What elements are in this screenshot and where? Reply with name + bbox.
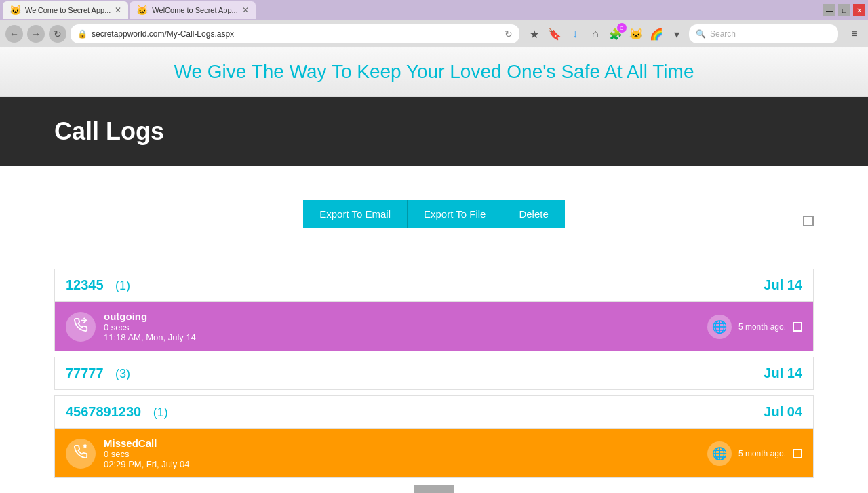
download-icon[interactable]: ↓ (567, 26, 583, 42)
call-log-header-2[interactable]: 77777 (3) Jul 14 (54, 357, 814, 390)
outgoing-phone-icon (73, 317, 88, 336)
back-button[interactable]: ← (5, 25, 23, 43)
call-log-header-1[interactable]: 12345 (1) Jul 14 (54, 269, 814, 302)
call-count-3: (1) (150, 406, 168, 419)
call-date-3: Jul 04 (764, 404, 802, 420)
select-all-checkbox[interactable] (803, 216, 814, 226)
home-icon[interactable]: ⌂ (587, 26, 604, 42)
call-info-1: outgoing 0 secs 11:18 AM, Mon, July 14 (104, 311, 707, 342)
call-detail-1[interactable]: outgoing 0 secs 11:18 AM, Mon, July 14 🌐… (54, 302, 814, 351)
address-bar-row: ← → ↻ 🔒 secretappworld.com/My-Call-Logs.… (0, 20, 868, 47)
browser-chrome: 🐱 WelCome to Secret App... ✕ 🐱 WelCome t… (0, 0, 868, 47)
outgoing-call-icon-circle (66, 312, 96, 342)
rainbow-icon[interactable]: 🌈 (648, 26, 665, 42)
call-number-1: 12345 (66, 277, 104, 292)
toolbar-icons: ★ 🔖 ↓ ⌂ 🧩 3 🐱 🌈 ▾ (526, 26, 685, 42)
call-time-1: 11:18 AM, Mon, July 14 (104, 332, 707, 342)
star-icon[interactable]: ★ (526, 26, 542, 42)
cat-extension-icon[interactable]: 🐱 (628, 26, 644, 42)
globe-icon-1: 🌐 (707, 315, 732, 339)
call-count-1: (1) (112, 279, 130, 292)
tab-1-title: WelCome to Secret App... (25, 6, 111, 14)
tab-2-close[interactable]: ✕ (242, 5, 249, 15)
maximize-button[interactable]: □ (838, 4, 850, 16)
scroll-up-button[interactable]: ▲ (414, 485, 454, 493)
address-text: secretappworld.com/My-Call-Logs.aspx (92, 29, 500, 39)
forward-button[interactable]: → (27, 25, 45, 43)
title-bar: 🐱 WelCome to Secret App... ✕ 🐱 WelCome t… (0, 0, 868, 20)
call-type-1: outgoing (104, 311, 707, 322)
hero-banner: We Give The Way To Keep Your Loved One's… (0, 47, 868, 97)
call-ago-3: 5 month ago. (738, 449, 786, 458)
call-count-2: (3) (112, 367, 130, 380)
minimize-button[interactable]: — (823, 4, 835, 16)
close-button[interactable]: ✕ (853, 4, 865, 16)
tab-2-title: WelCome to Secret App... (152, 6, 237, 14)
call-duration-3: 0 secs (104, 449, 707, 459)
window-controls: — □ ✕ (823, 4, 865, 16)
missed-call-icon-circle (66, 439, 96, 469)
call-type-3: MissedCall (104, 437, 707, 449)
globe-icon-3: 🌐 (707, 441, 732, 466)
address-bar[interactable]: 🔒 secretappworld.com/My-Call-Logs.aspx ↻ (71, 24, 519, 43)
call-log-header-3[interactable]: 4567891230 (1) Jul 04 (54, 395, 814, 429)
menu-icon[interactable]: ≡ (846, 26, 863, 42)
page-content: We Give The Way To Keep Your Loved One's… (0, 47, 868, 493)
tab-1-favicon: 🐱 (9, 5, 21, 16)
call-number-3: 4567891230 (66, 404, 141, 419)
search-placeholder: Search (710, 29, 831, 39)
delete-button[interactable]: Delete (502, 200, 564, 228)
address-bar-icons: ↻ (505, 28, 513, 39)
missed-phone-icon (73, 444, 88, 462)
export-email-button[interactable]: Export To Email (303, 200, 408, 228)
call-right-1: 🌐 5 month ago. (707, 315, 802, 339)
badge-count: 3 (617, 23, 627, 33)
search-icon: 🔍 (696, 29, 706, 39)
call-checkbox-3[interactable] (793, 449, 802, 458)
action-bar: Export To Email Export To File Delete (303, 186, 565, 241)
tab-1-close[interactable]: ✕ (115, 5, 121, 15)
export-file-button[interactable]: Export To File (408, 200, 502, 228)
call-date-1: Jul 14 (764, 277, 802, 293)
action-row: Export To Email Export To File Delete (54, 186, 814, 255)
tab-2-favicon: 🐱 (136, 5, 148, 16)
call-right-3: 🌐 5 month ago. (707, 441, 802, 466)
chevron-down-icon[interactable]: ▾ (669, 26, 685, 42)
main-content: Export To Email Export To File Delete 12… (0, 166, 868, 493)
call-info-3: MissedCall 0 secs 02:29 PM, Fri, July 04 (104, 437, 707, 469)
call-number-group-3: 4567891230 (1) (66, 404, 168, 420)
call-log-group-2: 77777 (3) Jul 14 (54, 357, 814, 390)
search-bar[interactable]: 🔍 Search (689, 24, 838, 43)
call-log-group-3: 4567891230 (1) Jul 04 (54, 395, 814, 478)
call-duration-1: 0 secs (104, 322, 707, 332)
extension-badge-icon[interactable]: 🧩 3 (608, 26, 624, 42)
call-checkbox-1[interactable] (793, 322, 802, 332)
tab-2[interactable]: 🐱 WelCome to Secret App... ✕ (130, 1, 255, 19)
scroll-up-area: ▲ (54, 485, 814, 493)
call-number-group-2: 77777 (3) (66, 366, 130, 381)
tab-1[interactable]: 🐱 WelCome to Secret App... ✕ (3, 1, 128, 19)
refresh-button[interactable]: ↻ (49, 25, 66, 43)
call-time-3: 02:29 PM, Fri, July 04 (104, 459, 707, 469)
call-number-group-1: 12345 (1) (66, 277, 130, 293)
call-detail-3[interactable]: MissedCall 0 secs 02:29 PM, Fri, July 04… (54, 429, 814, 478)
bookmark-icon[interactable]: 🔖 (547, 26, 563, 42)
page-title: Call Logs (54, 117, 814, 146)
call-number-2: 77777 (66, 366, 104, 380)
page-header: Call Logs (0, 97, 868, 166)
address-refresh-icon[interactable]: ↻ (505, 28, 513, 39)
hero-title: We Give The Way To Keep Your Loved One's… (14, 61, 854, 83)
call-ago-1: 5 month ago. (738, 322, 786, 332)
call-date-2: Jul 14 (764, 366, 802, 381)
call-log-group-1: 12345 (1) Jul 14 outg (54, 269, 814, 351)
lock-icon: 🔒 (77, 29, 87, 39)
